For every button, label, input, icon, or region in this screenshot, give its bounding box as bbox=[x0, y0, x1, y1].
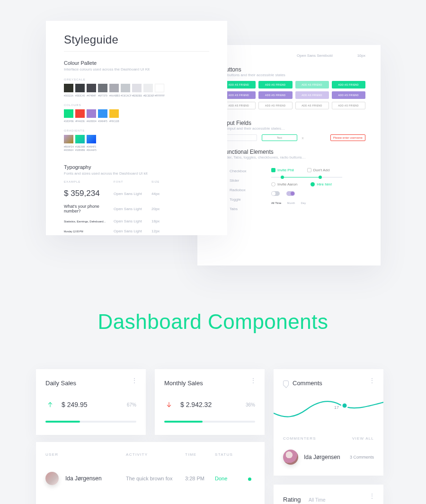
swatch bbox=[109, 109, 119, 118]
typography-row: Statistics, Earnings, Dahsboard...Open S… bbox=[64, 219, 209, 223]
swatch bbox=[121, 84, 130, 92]
typography-row: What's your phone number?Open Sans Light… bbox=[64, 204, 209, 213]
swatch bbox=[64, 109, 73, 118]
view-all-link[interactable]: VIEW ALL bbox=[352, 436, 374, 441]
swatch bbox=[132, 84, 142, 92]
tab-day[interactable]: Day bbox=[301, 202, 306, 204]
grayscale-swatches bbox=[64, 84, 209, 92]
typography-row: $ 359,234Open Sans Light44px bbox=[64, 189, 209, 198]
sample-button[interactable]: ADD AS FRIEND bbox=[295, 102, 329, 109]
fields-title: Input Fields bbox=[222, 120, 365, 126]
sample-button[interactable]: ADD AS FRIEND bbox=[332, 81, 365, 88]
comments-title: Comments bbox=[293, 380, 322, 387]
toggle-off[interactable]: .toggle[data-name="toggle-off"]::after{l… bbox=[271, 191, 280, 196]
swatch-gradient bbox=[75, 135, 85, 143]
tab-month[interactable]: Month bbox=[287, 202, 295, 204]
typography-title: Typography bbox=[64, 164, 209, 170]
buttons-title: Buttons bbox=[222, 66, 365, 73]
colours-hex-row: #10DF86#F44236#A080D4#3494F5#F9C228 bbox=[64, 120, 209, 123]
swatch bbox=[64, 84, 73, 92]
row-status: Done bbox=[215, 476, 248, 481]
colour-pallete-title: Colour Pallete bbox=[64, 60, 209, 66]
swatch bbox=[75, 84, 85, 92]
monthly-sales-value: $ 2.942.32 bbox=[180, 401, 212, 408]
gradients-swatches bbox=[64, 135, 209, 143]
commenters-label: COMMENTERS bbox=[283, 436, 316, 441]
table-header: USER ACTIVITY TIME STATUS bbox=[45, 452, 255, 457]
grayscale-label: GREYSCALE bbox=[64, 78, 209, 81]
checkbox-off[interactable] bbox=[307, 168, 311, 172]
rating-filter[interactable]: All Time bbox=[309, 497, 326, 503]
monthly-sales-card: Monthly Sales $ 2.942.32 36% bbox=[155, 369, 265, 435]
radio-on[interactable] bbox=[311, 182, 315, 186]
swatch bbox=[109, 84, 119, 92]
swatch bbox=[98, 84, 107, 92]
button-row-teal: ADD AS FRIENDADD AS FRIENDADD AS FRIENDA… bbox=[222, 81, 365, 88]
sample-button[interactable]: ADD AS FRIEND bbox=[295, 91, 329, 99]
daily-sales-title: Daily Sales bbox=[45, 380, 136, 387]
toggle-on[interactable]: .toggle[data-name="toggle-on"]::after{ri… bbox=[286, 191, 295, 196]
swatch bbox=[98, 109, 107, 118]
kebab-menu-icon[interactable] bbox=[369, 495, 375, 497]
table-row[interactable]: Ida Jørgensen The quick brown fox 3:28 P… bbox=[45, 472, 255, 485]
svg-point-0 bbox=[342, 403, 347, 408]
sample-button[interactable]: ADD AS FRIEND bbox=[295, 81, 329, 88]
sparkline-peak-value: 17 bbox=[334, 405, 339, 410]
meta-font: Open Sans Semibold bbox=[297, 53, 333, 58]
monthly-sales-title: Monthly Sales bbox=[164, 380, 255, 387]
swatch-gradient bbox=[87, 135, 96, 143]
gradients-label: GRADIENTS bbox=[64, 129, 209, 132]
comments-card: Comments 17 COMMENTERS VIEW ALL Ida Jørg… bbox=[274, 369, 383, 476]
typography-row: Monday 12:00 PMOpen Sans Light12px bbox=[64, 229, 209, 233]
button-row-purple: ADD AS FRIENDADD AS FRIENDADD AS FRIENDA… bbox=[222, 91, 365, 99]
rating-card: Rating All Time bbox=[274, 485, 383, 504]
daily-sales-value: $ 249.95 bbox=[62, 401, 88, 408]
monthly-sales-progress bbox=[164, 421, 255, 423]
input-idle[interactable] bbox=[222, 134, 257, 141]
functional-title: Functional Elements bbox=[222, 149, 365, 155]
sample-button[interactable]: ADD AS FRIEND bbox=[332, 91, 365, 99]
button-row-outline: ADD AS FRIENDADD AS FRIENDADD AS FRIENDA… bbox=[222, 102, 365, 109]
status-dot-icon bbox=[248, 477, 251, 481]
colours-swatches bbox=[64, 109, 209, 118]
input-active[interactable]: Text bbox=[262, 134, 297, 141]
sample-button[interactable]: ADD AS FRIEND bbox=[258, 91, 292, 99]
swatch bbox=[143, 84, 153, 92]
colour-pallete-subtitle: Interface colours used across the Dashbo… bbox=[64, 67, 209, 71]
checkbox-on[interactable] bbox=[271, 168, 275, 172]
buttons-subtitle: All buttons and their accessible states bbox=[222, 73, 365, 77]
input-clear-x[interactable]: x bbox=[302, 136, 304, 140]
styleguide-title: Styleguide bbox=[64, 33, 209, 46]
kebab-menu-icon[interactable] bbox=[250, 380, 256, 381]
sparkline bbox=[274, 395, 383, 424]
sample-button[interactable]: ADD AS FRIEND bbox=[258, 102, 292, 109]
row-activity: The quick brown fox bbox=[126, 476, 185, 481]
commenter-count: 3 Comments bbox=[350, 455, 374, 460]
swatch bbox=[87, 109, 96, 118]
colours-label: COLOURS bbox=[64, 104, 209, 106]
daily-sales-pct: 67% bbox=[127, 402, 136, 407]
arrow-up-icon bbox=[45, 400, 55, 409]
daily-sales-progress bbox=[45, 421, 136, 423]
row-time: 3:28 PM bbox=[185, 476, 215, 481]
commenter-name: Ida Jørgensen bbox=[304, 454, 344, 460]
radio-off[interactable] bbox=[271, 182, 275, 186]
tab-alltime[interactable]: All Time bbox=[271, 202, 281, 204]
chat-icon bbox=[283, 380, 289, 386]
kebab-menu-icon[interactable] bbox=[369, 380, 375, 381]
rating-title: Rating bbox=[283, 496, 301, 503]
sample-button[interactable]: ADD AS FRIEND bbox=[332, 102, 365, 109]
activity-table-card: USER ACTIVITY TIME STATUS Ida Jørgensen … bbox=[36, 442, 265, 504]
swatch bbox=[75, 109, 85, 118]
sample-button[interactable]: ADD AS FRIEND bbox=[258, 81, 292, 88]
kebab-menu-icon[interactable] bbox=[131, 380, 137, 381]
functional-elements-box: Checkbox Slider Radiobox Toggle Tabs Inv… bbox=[222, 163, 365, 209]
styleguide-panel-colours-typography: Styleguide Colour Pallete Interface colo… bbox=[46, 21, 227, 235]
daily-sales-card: Daily Sales $ 249.95 67% bbox=[36, 369, 146, 435]
gradients-hex-row: #B99FD4#A58924#18E58B#10B9B6#3494F5#0A4A… bbox=[64, 145, 209, 152]
avatar bbox=[45, 472, 59, 485]
input-error[interactable]: Please enter username bbox=[330, 134, 365, 141]
hero-heading: Dashboard Components bbox=[0, 310, 426, 334]
commenter-row[interactable]: Ida Jørgensen 3 Comments bbox=[283, 450, 374, 465]
slider[interactable] bbox=[271, 177, 342, 177]
